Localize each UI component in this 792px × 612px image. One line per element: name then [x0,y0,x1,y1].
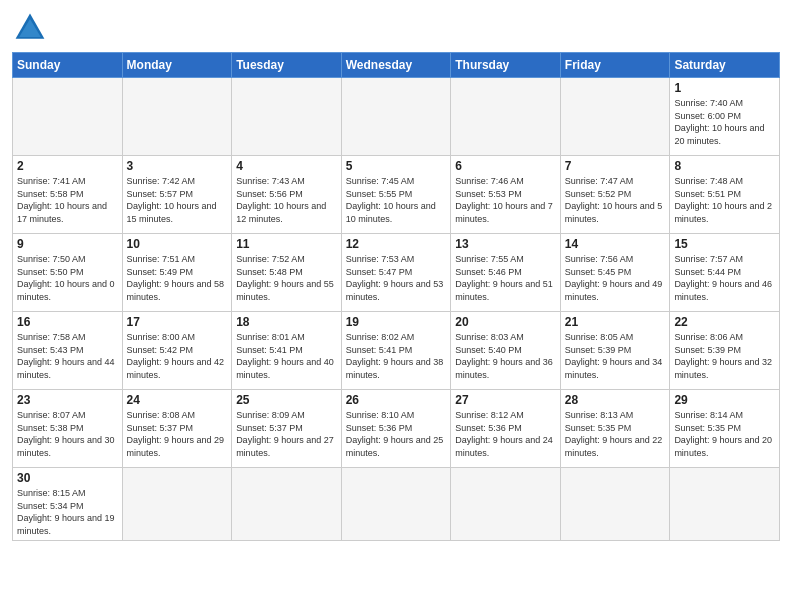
day-cell: 23Sunrise: 8:07 AM Sunset: 5:38 PM Dayli… [13,390,123,468]
day-cell: 26Sunrise: 8:10 AM Sunset: 5:36 PM Dayli… [341,390,451,468]
page-container: SundayMondayTuesdayWednesdayThursdayFrid… [0,0,792,549]
day-info: Sunrise: 7:47 AM Sunset: 5:52 PM Dayligh… [565,175,666,225]
weekday-header-friday: Friday [560,53,670,78]
day-cell: 27Sunrise: 8:12 AM Sunset: 5:36 PM Dayli… [451,390,561,468]
week-row-4: 16Sunrise: 7:58 AM Sunset: 5:43 PM Dayli… [13,312,780,390]
day-cell: 14Sunrise: 7:56 AM Sunset: 5:45 PM Dayli… [560,234,670,312]
day-cell: 25Sunrise: 8:09 AM Sunset: 5:37 PM Dayli… [232,390,342,468]
day-cell [341,78,451,156]
day-cell [122,468,232,541]
day-cell: 15Sunrise: 7:57 AM Sunset: 5:44 PM Dayli… [670,234,780,312]
day-number: 5 [346,159,447,173]
day-cell [560,468,670,541]
day-number: 29 [674,393,775,407]
day-number: 16 [17,315,118,329]
day-number: 4 [236,159,337,173]
day-number: 7 [565,159,666,173]
day-number: 13 [455,237,556,251]
day-number: 6 [455,159,556,173]
day-number: 12 [346,237,447,251]
weekday-header-wednesday: Wednesday [341,53,451,78]
day-number: 2 [17,159,118,173]
day-cell: 2Sunrise: 7:41 AM Sunset: 5:58 PM Daylig… [13,156,123,234]
day-number: 14 [565,237,666,251]
day-info: Sunrise: 7:42 AM Sunset: 5:57 PM Dayligh… [127,175,228,225]
day-info: Sunrise: 8:02 AM Sunset: 5:41 PM Dayligh… [346,331,447,381]
day-cell [13,78,123,156]
day-cell: 18Sunrise: 8:01 AM Sunset: 5:41 PM Dayli… [232,312,342,390]
day-cell [232,468,342,541]
day-number: 9 [17,237,118,251]
day-info: Sunrise: 8:05 AM Sunset: 5:39 PM Dayligh… [565,331,666,381]
day-cell: 29Sunrise: 8:14 AM Sunset: 5:35 PM Dayli… [670,390,780,468]
day-cell: 12Sunrise: 7:53 AM Sunset: 5:47 PM Dayli… [341,234,451,312]
day-info: Sunrise: 8:15 AM Sunset: 5:34 PM Dayligh… [17,487,118,537]
day-info: Sunrise: 7:48 AM Sunset: 5:51 PM Dayligh… [674,175,775,225]
day-number: 21 [565,315,666,329]
day-cell: 11Sunrise: 7:52 AM Sunset: 5:48 PM Dayli… [232,234,342,312]
day-number: 23 [17,393,118,407]
day-info: Sunrise: 7:45 AM Sunset: 5:55 PM Dayligh… [346,175,447,225]
day-cell: 4Sunrise: 7:43 AM Sunset: 5:56 PM Daylig… [232,156,342,234]
week-row-3: 9Sunrise: 7:50 AM Sunset: 5:50 PM Daylig… [13,234,780,312]
day-cell: 30Sunrise: 8:15 AM Sunset: 5:34 PM Dayli… [13,468,123,541]
day-info: Sunrise: 8:10 AM Sunset: 5:36 PM Dayligh… [346,409,447,459]
week-row-6: 30Sunrise: 8:15 AM Sunset: 5:34 PM Dayli… [13,468,780,541]
day-info: Sunrise: 7:41 AM Sunset: 5:58 PM Dayligh… [17,175,118,225]
week-row-2: 2Sunrise: 7:41 AM Sunset: 5:58 PM Daylig… [13,156,780,234]
day-cell: 21Sunrise: 8:05 AM Sunset: 5:39 PM Dayli… [560,312,670,390]
day-info: Sunrise: 7:57 AM Sunset: 5:44 PM Dayligh… [674,253,775,303]
weekday-header-row: SundayMondayTuesdayWednesdayThursdayFrid… [13,53,780,78]
day-number: 26 [346,393,447,407]
weekday-header-monday: Monday [122,53,232,78]
day-info: Sunrise: 8:00 AM Sunset: 5:42 PM Dayligh… [127,331,228,381]
day-cell: 6Sunrise: 7:46 AM Sunset: 5:53 PM Daylig… [451,156,561,234]
day-info: Sunrise: 7:51 AM Sunset: 5:49 PM Dayligh… [127,253,228,303]
day-cell [451,78,561,156]
day-info: Sunrise: 8:14 AM Sunset: 5:35 PM Dayligh… [674,409,775,459]
day-info: Sunrise: 7:56 AM Sunset: 5:45 PM Dayligh… [565,253,666,303]
day-cell [560,78,670,156]
day-info: Sunrise: 8:09 AM Sunset: 5:37 PM Dayligh… [236,409,337,459]
day-cell: 3Sunrise: 7:42 AM Sunset: 5:57 PM Daylig… [122,156,232,234]
day-info: Sunrise: 7:43 AM Sunset: 5:56 PM Dayligh… [236,175,337,225]
weekday-header-saturday: Saturday [670,53,780,78]
day-cell [670,468,780,541]
day-cell [341,468,451,541]
calendar: SundayMondayTuesdayWednesdayThursdayFrid… [12,52,780,541]
day-number: 8 [674,159,775,173]
day-cell [451,468,561,541]
day-number: 25 [236,393,337,407]
day-info: Sunrise: 7:58 AM Sunset: 5:43 PM Dayligh… [17,331,118,381]
day-cell [122,78,232,156]
logo-icon [12,10,48,46]
day-info: Sunrise: 8:03 AM Sunset: 5:40 PM Dayligh… [455,331,556,381]
day-number: 18 [236,315,337,329]
day-number: 27 [455,393,556,407]
day-number: 17 [127,315,228,329]
header [12,10,780,46]
logo [12,10,52,46]
day-cell: 5Sunrise: 7:45 AM Sunset: 5:55 PM Daylig… [341,156,451,234]
day-info: Sunrise: 8:06 AM Sunset: 5:39 PM Dayligh… [674,331,775,381]
day-info: Sunrise: 7:40 AM Sunset: 6:00 PM Dayligh… [674,97,775,147]
day-info: Sunrise: 7:52 AM Sunset: 5:48 PM Dayligh… [236,253,337,303]
day-cell: 7Sunrise: 7:47 AM Sunset: 5:52 PM Daylig… [560,156,670,234]
week-row-1: 1Sunrise: 7:40 AM Sunset: 6:00 PM Daylig… [13,78,780,156]
day-info: Sunrise: 8:01 AM Sunset: 5:41 PM Dayligh… [236,331,337,381]
day-cell: 19Sunrise: 8:02 AM Sunset: 5:41 PM Dayli… [341,312,451,390]
day-info: Sunrise: 7:53 AM Sunset: 5:47 PM Dayligh… [346,253,447,303]
day-info: Sunrise: 7:46 AM Sunset: 5:53 PM Dayligh… [455,175,556,225]
day-cell: 20Sunrise: 8:03 AM Sunset: 5:40 PM Dayli… [451,312,561,390]
day-info: Sunrise: 8:08 AM Sunset: 5:37 PM Dayligh… [127,409,228,459]
day-number: 24 [127,393,228,407]
day-cell: 13Sunrise: 7:55 AM Sunset: 5:46 PM Dayli… [451,234,561,312]
day-info: Sunrise: 8:07 AM Sunset: 5:38 PM Dayligh… [17,409,118,459]
day-number: 3 [127,159,228,173]
day-number: 19 [346,315,447,329]
day-number: 30 [17,471,118,485]
day-cell: 1Sunrise: 7:40 AM Sunset: 6:00 PM Daylig… [670,78,780,156]
day-cell: 16Sunrise: 7:58 AM Sunset: 5:43 PM Dayli… [13,312,123,390]
day-number: 28 [565,393,666,407]
day-number: 15 [674,237,775,251]
